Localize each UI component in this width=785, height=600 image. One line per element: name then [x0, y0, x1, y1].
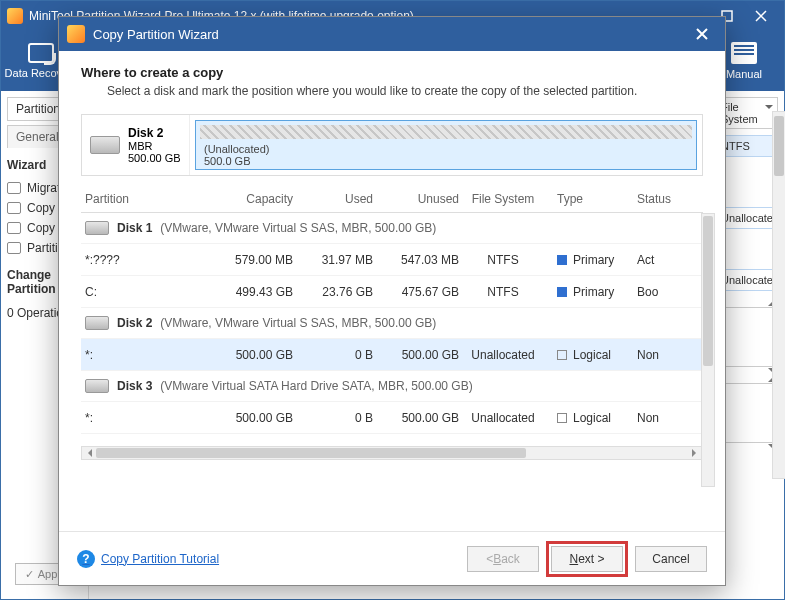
vertical-scrollbar[interactable] [772, 111, 785, 479]
disk-name: Disk 3 [117, 379, 152, 393]
col-used[interactable]: Used [297, 186, 377, 212]
partition-row[interactable]: *:500.00 GB0 B500.00 GBUnallocatedLogica… [81, 402, 703, 434]
disk-desc: (VMware, VMware Virtual S SAS, MBR, 500.… [160, 221, 436, 235]
col-fs[interactable]: File System [463, 186, 543, 212]
recovery-icon [7, 242, 21, 254]
type-marker-icon [557, 413, 567, 423]
cancel-button[interactable]: Cancel [635, 546, 707, 572]
type-marker-icon [557, 287, 567, 297]
dialog-titlebar[interactable]: Copy Partition Wizard [59, 17, 725, 51]
app-icon [7, 8, 23, 24]
col-capacity[interactable]: Capacity [211, 186, 297, 212]
target-disk-selector[interactable]: Disk 2 MBR 500.00 GB (Unallocated) 500.0… [81, 114, 703, 176]
back-button[interactable]: < Back [467, 546, 539, 572]
copy-icon [7, 222, 21, 234]
bar-size: 500.0 GB [204, 155, 250, 167]
disk-icon [85, 316, 109, 330]
col-type[interactable]: Type [543, 186, 633, 212]
col-status[interactable]: Status [633, 186, 673, 212]
grid-header: Partition Capacity Used Unused File Syst… [81, 186, 703, 213]
dialog-footer: ? Copy Partition Tutorial < Back Next > … [59, 531, 725, 585]
grid-horizontal-scrollbar[interactable] [81, 446, 703, 460]
col-unused[interactable]: Unused [377, 186, 463, 212]
disk-row[interactable]: Disk 3(VMware Virtual SATA Hard Drive SA… [81, 371, 703, 402]
close-button[interactable] [744, 4, 778, 28]
disk-desc: (VMware, VMware Virtual S SAS, MBR, 500.… [160, 316, 436, 330]
disk-name: Disk 1 [117, 221, 152, 235]
copy-partition-dialog: Copy Partition Wizard Where to create a … [58, 16, 726, 586]
sel-disk-size: 500.00 GB [128, 152, 181, 164]
partition-grid: Partition Capacity Used Unused File Syst… [81, 186, 703, 434]
disk-layout-bar[interactable]: (Unallocated) 500.0 GB [195, 120, 697, 170]
next-button[interactable]: Next > [551, 546, 623, 572]
app-icon [67, 25, 85, 43]
disk-icon [90, 136, 120, 154]
dialog-subheading: Select a disk and mark the position wher… [107, 84, 703, 98]
help-label: Copy Partition Tutorial [101, 552, 219, 566]
grid-vertical-scrollbar[interactable] [701, 213, 715, 487]
type-marker-icon [557, 350, 567, 360]
partition-row[interactable]: *:????579.00 MB31.97 MB547.03 MBNTFSPrim… [81, 244, 703, 276]
book-icon [731, 42, 757, 64]
copy-icon [7, 202, 21, 214]
col-partition[interactable]: Partition [81, 186, 211, 212]
migrate-icon [7, 182, 21, 194]
help-icon: ? [77, 550, 95, 568]
recovery-icon [28, 43, 54, 63]
disk-name: Disk 2 [117, 316, 152, 330]
partition-row[interactable]: C:499.43 GB23.76 GB475.67 GBNTFSPrimaryB… [81, 276, 703, 308]
dialog-close-button[interactable] [687, 22, 717, 46]
disk-icon [85, 379, 109, 393]
partition-row[interactable]: *:500.00 GB0 B500.00 GBUnallocatedLogica… [81, 339, 703, 371]
disk-desc: (VMware Virtual SATA Hard Drive SATA, MB… [160, 379, 472, 393]
help-link[interactable]: ? Copy Partition Tutorial [77, 550, 219, 568]
disk-icon [85, 221, 109, 235]
dialog-title: Copy Partition Wizard [93, 27, 219, 42]
dialog-heading: Where to create a copy [81, 65, 703, 80]
disk-row[interactable]: Disk 2(VMware, VMware Virtual S SAS, MBR… [81, 308, 703, 339]
disk-row[interactable]: Disk 1(VMware, VMware Virtual S SAS, MBR… [81, 213, 703, 244]
sel-disk-scheme: MBR [128, 140, 181, 152]
type-marker-icon [557, 255, 567, 265]
dialog-header: Where to create a copy Select a disk and… [59, 51, 725, 108]
sel-disk-name: Disk 2 [128, 126, 181, 140]
bar-label: (Unallocated) [204, 143, 269, 155]
